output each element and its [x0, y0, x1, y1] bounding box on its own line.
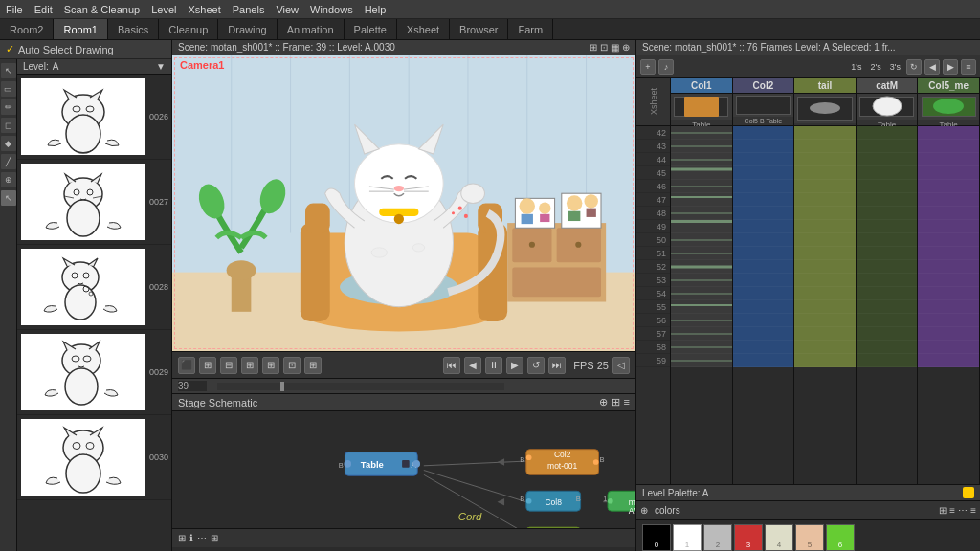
tl-time-2s[interactable]: 2's [868, 62, 884, 72]
btn-render[interactable]: ⊞ [304, 357, 322, 374]
svg-point-64 [520, 198, 535, 213]
tl-time-3s[interactable]: 3's [887, 62, 903, 72]
tool-pointer[interactable]: ↖ [1, 190, 16, 206]
tab-animation[interactable]: Animation [278, 19, 345, 39]
btn-play[interactable]: ▶ [506, 357, 523, 374]
tail-name: tail [794, 78, 856, 94]
level-palette: Level Palette: A ⊕ colors ⊞ ≡ ⋯ ≡ 0 1 2 … [636, 484, 980, 551]
btn-fps-down[interactable]: ◁ [612, 357, 630, 374]
menu-view[interactable]: View [276, 4, 299, 15]
swatch-5[interactable]: 5 [795, 524, 824, 551]
swatch-3[interactable]: 3 [734, 524, 763, 551]
btn-camera[interactable]: ⊞ [262, 357, 279, 374]
tl-time-1s[interactable]: 1's [848, 62, 864, 72]
tab-farm[interactable]: Farm [508, 19, 553, 39]
stage-dots-icon[interactable]: ⋯ [197, 533, 207, 543]
svg-rect-71 [587, 209, 596, 217]
tool-eraser[interactable]: ◻ [1, 118, 16, 133]
scene-info-icon4[interactable]: ⊕ [622, 42, 630, 53]
btn-toggle-animate[interactable]: ⊞ [199, 357, 216, 374]
tab-drawing[interactable]: Drawing [218, 19, 277, 39]
palette-list-icon[interactable]: ≡ [949, 505, 955, 516]
list-item[interactable]: 0026 [17, 75, 171, 160]
stage-options-icon[interactable]: ≡ [624, 396, 630, 408]
palette-grid-icon[interactable]: ⊞ [939, 505, 947, 516]
tool-arrow[interactable]: ↖ [1, 63, 16, 78]
tl-col1 [671, 126, 733, 484]
frame-num-56: 56 [636, 314, 670, 327]
btn-loop[interactable]: ↺ [527, 357, 545, 374]
list-item[interactable]: 0030 [17, 415, 171, 500]
svg-point-68 [567, 195, 582, 210]
color-wheel-icon[interactable]: ⊕ [640, 505, 648, 516]
btn-grid[interactable]: ⊞ [241, 357, 258, 374]
tl-btn-speaker[interactable]: ♪ [658, 59, 674, 75]
svg-rect-38 [305, 204, 330, 233]
list-item[interactable]: 0027 [17, 160, 171, 245]
menu-level[interactable]: Level [151, 4, 176, 15]
tool-line[interactable]: ╱ [1, 154, 16, 169]
col1-thumb [671, 94, 732, 120]
btn-view-mode[interactable]: ⊟ [220, 357, 237, 374]
tl-btn-add[interactable]: + [640, 59, 656, 75]
btn-pause[interactable]: ⏸ [485, 357, 502, 374]
drawings-chevron-icon[interactable]: ▼ [156, 61, 166, 72]
tab-palette[interactable]: Palette [345, 19, 397, 39]
tool-zoom[interactable]: ⊕ [1, 172, 16, 187]
swatch-2[interactable]: 2 [703, 524, 732, 551]
menu-file[interactable]: File [6, 4, 23, 15]
scene-info-icon2[interactable]: ⊡ [600, 42, 608, 53]
tl-btn-prev-key[interactable]: ◀ [924, 59, 940, 75]
menu-xsheet[interactable]: Xsheet [189, 4, 221, 15]
stage-nav-icon[interactable]: ⊞ [178, 533, 186, 543]
swatch-0[interactable]: 0 [642, 524, 671, 551]
stage-info-icon[interactable]: ℹ [189, 533, 193, 543]
tl-btn-options[interactable]: ≡ [961, 59, 976, 75]
frame-num-58: 58 [636, 341, 670, 354]
tab-cleanup[interactable]: Cleanup [159, 19, 218, 39]
palette-header: Level Palette: A [636, 485, 980, 501]
btn-step-back[interactable]: ◀ [464, 357, 481, 374]
menu-edit[interactable]: Edit [34, 4, 53, 15]
svg-text:mot-001: mot-001 [547, 461, 577, 471]
btn-to-start[interactable]: ⏮ [443, 357, 460, 374]
svg-rect-59 [512, 267, 601, 297]
stage-fit-icon[interactable]: ⊞ [612, 396, 620, 408]
menu-windows[interactable]: Windows [310, 4, 353, 15]
tab-basics[interactable]: Basics [108, 19, 159, 39]
swatch-4[interactable]: 4 [765, 524, 793, 551]
tab-room2[interactable]: Room2 [0, 19, 54, 39]
list-item[interactable]: 0029 [17, 330, 171, 415]
palette-more-icon[interactable]: ≡ [970, 505, 976, 516]
swatch-6[interactable]: 6 [826, 524, 855, 551]
tl-btn-refresh[interactable]: ↻ [906, 59, 922, 75]
palette-active-indicator [963, 487, 974, 498]
swatch-1[interactable]: 1 [673, 524, 702, 551]
menu-help[interactable]: Help [365, 4, 387, 15]
menu-panels[interactable]: Panels [233, 4, 265, 15]
frame-num-49: 49 [636, 220, 670, 233]
tl-btn-next-key[interactable]: ▶ [943, 59, 958, 75]
tab-xsheet[interactable]: Xsheet [397, 19, 450, 39]
frame-input[interactable] [178, 381, 207, 391]
tool-brush[interactable]: ✏ [1, 99, 16, 115]
stage-grid-icon[interactable]: ⊞ [211, 533, 218, 543]
scene-info-icon1[interactable]: ⊞ [590, 42, 597, 53]
btn-fullscreen[interactable]: ⊡ [283, 357, 301, 374]
scene-info-icon3[interactable]: ▦ [611, 42, 619, 53]
fps-display: FPS 25 [573, 360, 609, 371]
svg-point-70 [584, 194, 597, 208]
tab-room1[interactable]: Room1 [54, 19, 107, 39]
stage-zoom-icon[interactable]: ⊕ [599, 396, 608, 408]
palette-options-icon[interactable]: ⋯ [958, 505, 968, 516]
tab-browser[interactable]: Browser [450, 19, 508, 39]
btn-to-end[interactable]: ⏭ [548, 357, 566, 374]
scene-info-text: Scene: motan_sh001* :: Frame: 39 :: Leve… [178, 42, 395, 53]
menu-scan-cleanup[interactable]: Scan & Cleanup [64, 4, 141, 15]
col-header-catm: catM Table [857, 78, 919, 125]
btn-set-keyframe[interactable]: ⬛ [178, 357, 195, 374]
list-item[interactable]: 0028 [17, 245, 171, 330]
tool-select[interactable]: ▭ [1, 81, 16, 97]
tool-fill[interactable]: ◆ [1, 136, 16, 151]
tl-col-tail [794, 126, 857, 484]
